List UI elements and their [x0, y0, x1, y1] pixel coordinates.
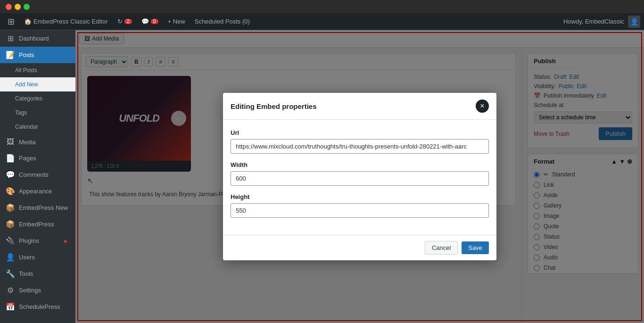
sidebar-item-comments[interactable]: 💬 Comments	[0, 166, 75, 183]
pages-icon: 📄	[6, 154, 15, 163]
modal-close-button[interactable]: ×	[476, 99, 489, 113]
comments-count: 0	[151, 19, 158, 24]
modal-title: Editing Embed properties	[231, 102, 317, 110]
sidebar-item-categories[interactable]: Categories	[0, 91, 75, 106]
embedpress-icon: 📦	[6, 220, 15, 229]
modal-header: Editing Embed properties ×	[223, 93, 496, 120]
settings-label: Settings	[19, 287, 70, 294]
home-icon: 🏠	[24, 18, 32, 25]
settings-icon: ⚙	[6, 286, 15, 295]
plugins-label: Plugins	[19, 237, 58, 244]
sidebar-item-tags[interactable]: Tags	[0, 106, 75, 120]
close-icon: ×	[480, 102, 484, 110]
tags-label: Tags	[15, 109, 27, 116]
titlebar-close-dot[interactable]	[6, 4, 12, 10]
modal-footer: Cancel Save	[223, 235, 496, 260]
updates-item[interactable]: ↻ 2	[114, 18, 136, 25]
comments-item[interactable]: 💬 0	[138, 18, 162, 25]
sidebar: ⊞ Dashboard 📝 Posts All Posts Add New Ca…	[0, 30, 75, 323]
url-form-group: Url	[231, 129, 489, 154]
all-posts-label: All Posts	[15, 67, 37, 74]
width-input[interactable]	[231, 171, 489, 186]
media-icon: 🖼	[6, 138, 15, 146]
sidebar-item-pages[interactable]: 📄 Pages	[0, 150, 75, 166]
plugins-badge: ●	[61, 237, 70, 245]
appearance-icon: 🎨	[6, 187, 15, 196]
sidebar-item-plugins[interactable]: 🔌 Plugins ●	[0, 232, 75, 249]
site-name-item[interactable]: 🏠 EmbedPress Classic Editor	[20, 18, 112, 25]
scheduled-posts-label: Scheduled Posts (0)	[195, 18, 250, 25]
sidebar-item-schedulepress[interactable]: 📅 SchedulePress	[0, 298, 75, 315]
sidebar-item-all-posts[interactable]: All Posts	[0, 63, 75, 77]
categories-label: Categories	[15, 95, 42, 102]
new-label: + New	[168, 18, 185, 25]
wp-logo-icon: ⊞	[8, 17, 15, 27]
cancel-button[interactable]: Cancel	[425, 241, 458, 255]
users-label: Users	[19, 254, 70, 261]
comments-sidebar-icon: 💬	[6, 170, 15, 179]
sidebar-item-dashboard[interactable]: ⊞ Dashboard	[0, 30, 75, 47]
site-name-label: EmbedPress Classic Editor	[33, 18, 108, 25]
width-label: Width	[231, 161, 489, 168]
howdy-text: Howdy, EmbedClassic	[563, 18, 624, 25]
url-input[interactable]	[231, 139, 489, 154]
dashboard-icon: ⊞	[6, 34, 15, 43]
posts-icon: 📝	[6, 50, 15, 59]
sidebar-item-posts[interactable]: 📝 Posts	[0, 47, 75, 63]
embedpress-new-icon: 📦	[6, 203, 15, 212]
appearance-label: Appearance	[19, 188, 70, 195]
tools-label: Tools	[19, 270, 70, 277]
embed-properties-modal: Editing Embed properties × Url Width	[223, 93, 496, 260]
plugins-icon: 🔌	[6, 236, 15, 245]
user-avatar: 👤	[628, 16, 640, 28]
height-form-group: Height	[231, 193, 489, 218]
height-input[interactable]	[231, 203, 489, 218]
embedpress-new-label: EmbedPress New	[19, 204, 70, 211]
sidebar-item-add-new[interactable]: Add New	[0, 77, 75, 91]
media-label: Media	[19, 139, 70, 146]
comments-sidebar-label: Comments	[19, 171, 70, 178]
wp-logo-item[interactable]: ⊞	[4, 17, 18, 27]
sidebar-item-users[interactable]: 👤 Users	[0, 249, 75, 265]
new-item[interactable]: + New	[164, 18, 189, 25]
sidebar-item-embedpress[interactable]: 📦 EmbedPress	[0, 216, 75, 232]
comments-icon: 💬	[141, 18, 149, 25]
add-new-label: Add New	[15, 81, 38, 88]
modal-overlay: Editing Embed properties × Url Width	[75, 30, 644, 323]
dashboard-label: Dashboard	[19, 35, 70, 42]
sidebar-item-calendar[interactable]: Calendar	[0, 120, 75, 134]
pages-label: Pages	[19, 155, 70, 162]
sidebar-item-embedpress-new[interactable]: 📦 EmbedPress New	[0, 199, 75, 216]
sidebar-item-media[interactable]: 🖼 Media	[0, 134, 75, 150]
sidebar-item-tools[interactable]: 🔧 Tools	[0, 265, 75, 282]
updates-icon: ↻	[117, 18, 123, 25]
titlebar-maximize-dot[interactable]	[24, 4, 30, 10]
sidebar-item-settings[interactable]: ⚙ Settings	[0, 282, 75, 298]
height-label: Height	[231, 193, 489, 200]
updates-count: 2	[124, 19, 132, 24]
sidebar-item-appearance[interactable]: 🎨 Appearance	[0, 183, 75, 199]
tools-icon: 🔧	[6, 269, 15, 278]
calendar-label: Calendar	[15, 124, 38, 130]
url-label: Url	[231, 129, 489, 136]
posts-label: Posts	[19, 51, 70, 58]
modal-body: Url Width Height	[223, 120, 496, 235]
schedulepress-icon: 📅	[6, 302, 15, 311]
scheduled-posts-item[interactable]: Scheduled Posts (0)	[191, 18, 254, 25]
titlebar-minimize-dot[interactable]	[15, 4, 21, 10]
schedulepress-label: SchedulePress	[19, 303, 70, 310]
users-icon: 👤	[6, 253, 15, 262]
save-button[interactable]: Save	[462, 241, 489, 254]
embedpress-label: EmbedPress	[19, 221, 70, 228]
width-form-group: Width	[231, 161, 489, 186]
